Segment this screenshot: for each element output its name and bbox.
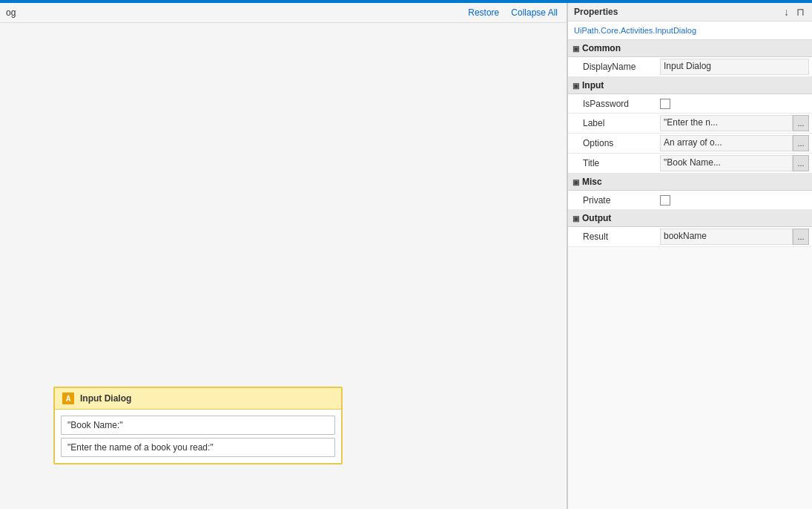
- section-header-common[interactable]: ▣ Common: [568, 40, 812, 57]
- canvas-area: og Restore Collapse All A Input Dialog "…: [0, 3, 567, 509]
- prop-checkbox-ispassword[interactable]: [660, 99, 670, 109]
- collapse-icon-misc: ▣: [572, 178, 579, 186]
- prop-name-title: Title: [568, 155, 657, 171]
- activity-title: Input Dialog: [80, 393, 131, 404]
- canvas-content: A Input Dialog "Book Name:" "Enter the n…: [0, 23, 567, 509]
- properties-header: Properties ↓ ⊓: [568, 3, 812, 22]
- properties-panel: Properties ↓ ⊓ UiPath.Core.Activities.In…: [567, 3, 812, 509]
- prop-checkbox-private[interactable]: [660, 195, 670, 206]
- prop-text-result[interactable]: bookName: [660, 229, 793, 245]
- properties-pin-button[interactable]: ↓: [782, 6, 790, 18]
- prop-value-result: bookName ...: [657, 227, 812, 246]
- prop-text-label[interactable]: "Enter the n...: [660, 115, 793, 131]
- canvas-toolbar: og Restore Collapse All: [0, 3, 567, 23]
- prop-ellipsis-options[interactable]: ...: [793, 135, 809, 151]
- prop-text-options[interactable]: An array of o...: [660, 135, 793, 151]
- prop-name-result: Result: [568, 229, 657, 245]
- prop-row-label: Label "Enter the n... ...: [568, 114, 812, 134]
- prop-row-result: Result bookName ...: [568, 227, 812, 247]
- collapse-icon-input: ▣: [572, 82, 579, 90]
- section-header-input[interactable]: ▣ Input: [568, 77, 812, 94]
- prop-value-label: "Enter the n... ...: [657, 114, 812, 133]
- prop-ellipsis-result[interactable]: ...: [793, 229, 809, 245]
- activity-box-input-dialog[interactable]: A Input Dialog "Book Name:" "Enter the n…: [53, 387, 343, 464]
- prop-value-options: An array of o... ...: [657, 134, 812, 153]
- properties-icons: ↓ ⊓: [782, 6, 806, 18]
- activity-field-label: "Enter the name of a book you read:": [61, 438, 335, 457]
- restore-button[interactable]: Restore: [465, 6, 502, 19]
- prop-value-title: "Book Name... ...: [657, 154, 812, 173]
- section-label-common: Common: [582, 43, 621, 53]
- properties-dock-button[interactable]: ⊓: [795, 6, 806, 18]
- section-header-misc[interactable]: ▣ Misc: [568, 174, 812, 191]
- prop-text-displayname[interactable]: Input Dialog: [660, 59, 809, 75]
- activity-field-title: "Book Name:": [61, 416, 335, 435]
- class-name: UiPath.Core.Activities.InputDialog: [568, 22, 812, 40]
- main-area: og Restore Collapse All A Input Dialog "…: [0, 3, 812, 509]
- activity-header: A Input Dialog: [55, 388, 341, 410]
- prop-ellipsis-label[interactable]: ...: [793, 115, 809, 131]
- collapse-all-button[interactable]: Collapse All: [508, 6, 561, 19]
- prop-row-private: Private: [568, 191, 812, 210]
- properties-panel-title: Properties: [574, 7, 618, 17]
- collapse-icon-common: ▣: [572, 45, 579, 53]
- prop-name-displayname: DisplayName: [568, 59, 657, 75]
- breadcrumb: og: [6, 7, 16, 18]
- prop-name-private: Private: [568, 192, 657, 208]
- prop-row-ispassword: IsPassword: [568, 94, 812, 114]
- section-label-misc: Misc: [582, 177, 602, 187]
- prop-name-options: Options: [568, 135, 657, 151]
- activity-body: "Book Name:" "Enter the name of a book y…: [55, 410, 341, 463]
- section-label-input: Input: [582, 80, 604, 91]
- prop-name-ispassword: IsPassword: [568, 96, 657, 112]
- prop-value-ispassword: [657, 97, 812, 111]
- prop-value-displayname: Input Dialog: [657, 57, 812, 76]
- prop-name-label: Label: [568, 115, 657, 131]
- collapse-icon-output: ▣: [572, 214, 579, 223]
- prop-row-options: Options An array of o... ...: [568, 134, 812, 154]
- section-label-output: Output: [582, 213, 611, 223]
- activity-icon: A: [62, 393, 74, 404]
- section-header-output[interactable]: ▣ Output: [568, 210, 812, 227]
- prop-value-private: [657, 194, 812, 207]
- prop-row-title: Title "Book Name... ...: [568, 154, 812, 174]
- prop-ellipsis-title[interactable]: ...: [793, 155, 809, 171]
- prop-text-title[interactable]: "Book Name...: [660, 155, 793, 171]
- prop-row-displayname: DisplayName Input Dialog: [568, 57, 812, 77]
